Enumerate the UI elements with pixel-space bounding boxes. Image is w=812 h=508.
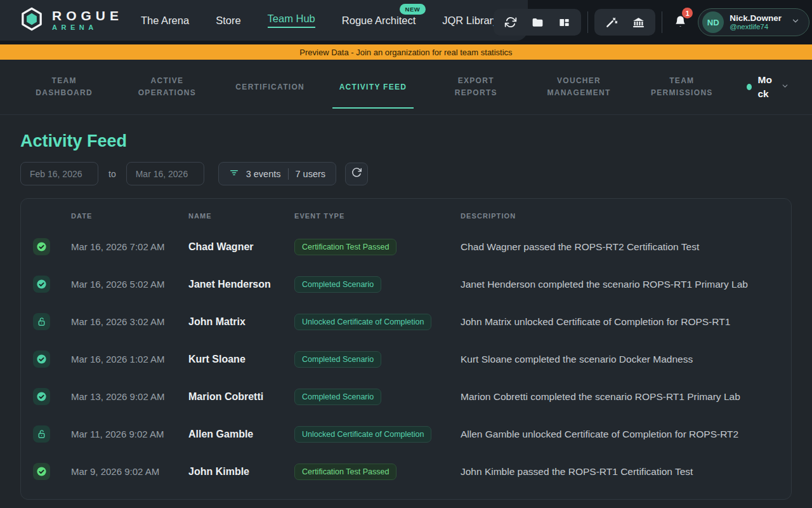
event-date: Mar 16, 2026 1:02 AM — [71, 354, 188, 364]
notification-count-badge: 1 — [682, 8, 693, 18]
user-menu[interactable]: ND Nick.Downer @nextlife74 — [698, 8, 809, 36]
team-status-dot-icon — [747, 84, 752, 90]
nav-link-rogue-architect[interactable]: Rogue ArchitectNEW — [342, 15, 416, 27]
table-row: Mar 13, 2026 9:02 AMMarion CobrettiCompl… — [21, 378, 791, 415]
layout-icon[interactable] — [553, 13, 575, 31]
page-title: Activity Feed — [20, 131, 792, 151]
workspace-tools-group — [494, 9, 581, 36]
topbar-divider — [587, 11, 588, 33]
event-date: Mar 16, 2026 5:02 AM — [71, 279, 188, 290]
activity-table-card: DATENAMEEVENT TYPEDESCRIPTION Mar 16, 20… — [20, 198, 792, 500]
tab-voucher-management[interactable]: VOUCHER MANAGEMENT — [527, 60, 630, 114]
tab-team-dashboard[interactable]: TEAM DASHBOARD — [13, 60, 115, 114]
date-from-input[interactable]: Feb 16, 2026 — [20, 162, 98, 185]
tab-label: VOUCHER MANAGEMENT — [541, 75, 617, 98]
user-name: Janet Henderson — [188, 279, 294, 290]
check-circle-icon — [33, 388, 50, 405]
event-type-badge: Unlocked Certificate of Completion — [294, 314, 431, 330]
event-description: Janet Henderson completed the scenario R… — [461, 279, 780, 290]
tab-label: EXPORT REPORTS — [438, 75, 514, 98]
table-row: Mar 16, 2026 1:02 AMKurt SloaneCompleted… — [21, 340, 791, 378]
event-description: Kurt Sloane completed the scenario Docke… — [461, 354, 780, 365]
main-nav-links: The ArenaStoreTeam HubRogue ArchitectNEW… — [141, 13, 498, 28]
lock-open-icon — [33, 313, 50, 330]
column-header-date: DATE — [71, 212, 188, 220]
filter-summary-button[interactable]: 3 events 7 users — [218, 162, 336, 185]
nav-link-store[interactable]: Store — [216, 15, 240, 27]
logo-line1: ROGUE — [52, 9, 123, 23]
tab-export-reports[interactable]: EXPORT REPORTS — [424, 60, 527, 114]
topbar-actions: 1 ND Nick.Downer @nextlife74 — [494, 0, 812, 44]
event-date: Mar 9, 2026 9:02 AM — [71, 466, 188, 477]
team-hub-tab-bar: TEAM DASHBOARDACTIVE OPERATIONSCERTIFICA… — [0, 60, 812, 115]
magic-wand-icon[interactable] — [601, 13, 622, 31]
date-to-input[interactable]: Mar 16, 2026 — [126, 162, 204, 185]
refresh-button[interactable] — [345, 163, 368, 185]
user-name: John Kimble — [188, 466, 294, 478]
user-name: Kurt Sloane — [188, 354, 294, 365]
team-selector-label: Mock — [757, 73, 775, 102]
table-row: Mar 16, 2026 3:02 AMJohn MatrixUnlocked … — [21, 303, 791, 340]
event-type-badge: Unlocked Certificate of Completion — [294, 426, 431, 443]
event-date: Mar 16, 2026 7:02 AM — [71, 241, 188, 252]
event-type-badge: Certification Test Passed — [294, 239, 396, 255]
users-count: 7 users — [296, 169, 326, 179]
topbar-divider-2 — [662, 11, 662, 33]
logo-wordmark: ROGUE ARENA — [52, 9, 123, 32]
filter-icon — [229, 168, 239, 180]
table-body: Mar 16, 2026 7:02 AMChad WagnerCertifica… — [21, 228, 791, 490]
tab-label: TEAM DASHBOARD — [26, 75, 102, 98]
user-name: Nick.Downer — [730, 13, 782, 23]
tab-activity-feed[interactable]: ACTIVITY FEED — [322, 60, 424, 114]
user-name: John Matrix — [188, 316, 294, 328]
tab-label: ACTIVE OPERATIONS — [129, 75, 205, 98]
tab-team-permissions[interactable]: TEAM PERMISSIONS — [631, 60, 733, 114]
rogue-arena-logo[interactable]: ROGUE ARENA — [19, 6, 123, 34]
team-selector-dropdown[interactable]: Mock — [733, 73, 803, 102]
user-name: Allen Gamble — [188, 429, 294, 440]
filter-row: Feb 16, 2026 to Mar 16, 2026 3 events 7 … — [20, 162, 792, 185]
top-navigation-bar: ROGUE ARENA The ArenaStoreTeam HubRogue … — [0, 0, 812, 44]
nav-link-team-hub[interactable]: Team Hub — [268, 13, 315, 28]
column-header-event-type: EVENT TYPE — [294, 212, 461, 220]
hexagon-logo-icon — [19, 6, 44, 34]
table-row: Mar 11, 2026 9:02 AMAllen GambleUnlocked… — [21, 415, 791, 453]
event-date: Mar 16, 2026 3:02 AM — [71, 316, 188, 327]
tab-active-operations[interactable]: ACTIVE OPERATIONS — [115, 60, 218, 114]
primary-nav-section: ROGUE ARENA The ArenaStoreTeam HubRogue … — [0, 0, 528, 41]
avatar: ND — [702, 11, 724, 33]
event-description: Marion Cobretti completed the scenario R… — [461, 391, 780, 403]
table-row: Mar 16, 2026 5:02 AMJanet HendersonCompl… — [21, 265, 791, 303]
lock-open-icon — [33, 425, 50, 443]
sync-icon[interactable] — [500, 13, 521, 31]
event-type-badge: Certification Test Passed — [294, 464, 396, 480]
notifications-button[interactable]: 1 — [669, 9, 691, 36]
table-row: Mar 16, 2026 7:02 AMChad WagnerCertifica… — [21, 228, 791, 265]
nav-link-jqr-library[interactable]: JQR Library — [442, 15, 498, 27]
table-row: Mar 9, 2026 9:02 AMJohn KimbleCertificat… — [21, 453, 791, 490]
user-texts: Nick.Downer @nextlife74 — [730, 13, 782, 32]
banner-text: Preview Data - Join an organization for … — [299, 48, 512, 57]
check-circle-icon — [33, 463, 50, 480]
user-name: Marion Cobretti — [188, 391, 294, 403]
tab-label: TEAM PERMISSIONS — [644, 75, 720, 98]
refresh-icon — [351, 167, 362, 180]
check-circle-icon — [33, 238, 50, 255]
user-handle: @nextlife74 — [730, 23, 782, 31]
filter-pill-divider — [288, 168, 289, 180]
tab-label: ACTIVITY FEED — [339, 81, 407, 93]
event-type-badge: Completed Scenario — [294, 276, 381, 293]
folder-icon[interactable] — [527, 13, 548, 31]
tab-certification[interactable]: CERTIFICATION — [219, 60, 322, 114]
event-description: John Kimble passed the ROPS-RT1 Certific… — [461, 466, 780, 478]
event-description: Chad Wagner passed the ROPS-RT2 Certific… — [461, 241, 780, 253]
logo-line2: ARENA — [52, 24, 123, 32]
nav-link-the-arena[interactable]: The Arena — [141, 15, 189, 27]
chevron-down-icon — [781, 81, 789, 93]
event-type-badge: Completed Scenario — [294, 389, 381, 405]
table-header-row: DATENAMEEVENT TYPEDESCRIPTION — [21, 199, 791, 228]
check-circle-icon — [33, 276, 50, 293]
bank-icon[interactable] — [627, 13, 649, 31]
column-header-name: NAME — [188, 212, 294, 220]
event-description: John Matrix unlocked Certificate of Comp… — [461, 316, 780, 328]
